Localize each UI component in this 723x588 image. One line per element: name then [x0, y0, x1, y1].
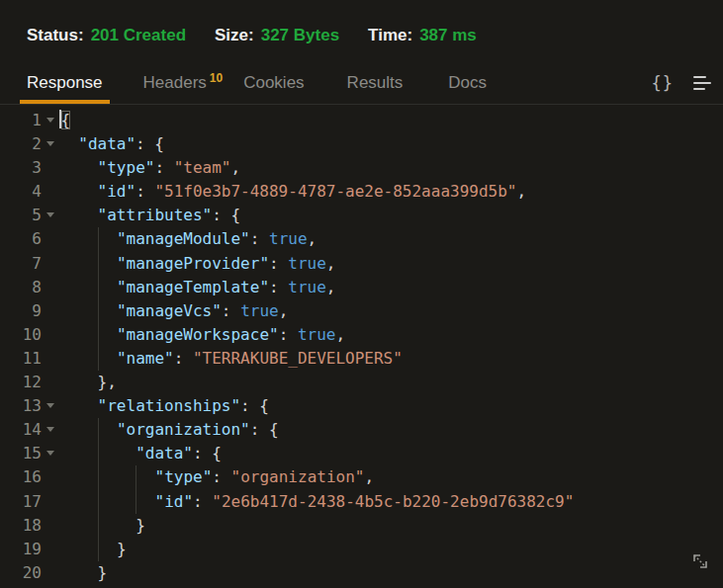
json-punctuation: }: [136, 516, 145, 535]
json-boolean: true: [298, 325, 336, 344]
json-key: "attributes": [98, 206, 213, 224]
fold-arrow-icon[interactable]: [42, 109, 59, 132]
lines-menu-icon[interactable]: [693, 73, 711, 93]
json-punctuation: ,: [230, 158, 240, 177]
code-line: 19}: [0, 538, 723, 561]
json-punctuation: ,: [516, 182, 526, 201]
menu-bar-line: [693, 82, 711, 84]
code-text: },: [59, 371, 117, 394]
code-line: 12},: [0, 371, 723, 394]
json-string: "51f0e3b7-4889-4787-ae2e-852aaa399d5b": [154, 182, 516, 201]
format-json-icon[interactable]: {}: [652, 73, 674, 93]
line-number: 15: [0, 442, 42, 465]
response-tab-bar: Response Headers10 Cookies Results Docs …: [0, 72, 723, 105]
indent-guide: [98, 514, 99, 538]
headers-count-badge: 10: [210, 71, 223, 85]
time-label: Time:: [368, 26, 412, 45]
code-text: {: [59, 109, 70, 132]
size-value: 327 Bytes: [261, 26, 339, 45]
code-text: }: [59, 538, 127, 561]
tab-cookies[interactable]: Cookies: [243, 72, 304, 94]
indent-guide: [136, 465, 136, 489]
tab-docs[interactable]: Docs: [448, 72, 487, 94]
json-punctuation: : {: [136, 134, 164, 153]
code-editor[interactable]: 1{2"data": {3"type": "team",4"id": "51f0…: [0, 105, 723, 585]
code-text: "manageProvider": true,: [59, 252, 335, 276]
fold-gutter: [42, 490, 59, 514]
json-boolean: true: [269, 229, 308, 248]
fold-arrow-icon[interactable]: [42, 204, 59, 227]
line-number: 6: [0, 227, 42, 251]
code-text: "organization": {: [59, 418, 279, 442]
line-number: 13: [0, 394, 42, 418]
response-panel: { "status_bar": { "items": [ {"label": "…: [0, 0, 723, 588]
line-number: 20: [0, 561, 42, 585]
json-punctuation: }: [98, 563, 108, 582]
code-line: 3"type": "team",: [0, 156, 723, 180]
line-number: 9: [0, 299, 42, 323]
json-punctuation: ,: [335, 325, 345, 344]
json-punctuation: :: [269, 254, 288, 273]
fold-arrow-icon[interactable]: [42, 418, 59, 442]
line-number: 11: [0, 347, 42, 371]
code-text: "type": "organization",: [59, 465, 374, 489]
tab-headers[interactable]: Headers10: [143, 72, 224, 95]
code-line: 11"name": "TERRAKUBE_DEVELOPERS": [0, 347, 723, 371]
code-line: 6"manageModule": true,: [0, 227, 723, 251]
size-group: Size: 327 Bytes: [215, 26, 339, 45]
json-string: "TERRAKUBE_DEVELOPERS": [193, 349, 403, 368]
json-punctuation: {: [61, 111, 71, 129]
indent-guide: [98, 252, 99, 276]
tab-response[interactable]: Response: [27, 72, 103, 94]
code-line: 4"id": "51f0e3b7-4889-4787-ae2e-852aaa39…: [0, 180, 723, 204]
line-number: 16: [0, 465, 42, 489]
code-text: "name": "TERRAKUBE_DEVELOPERS": [59, 347, 403, 371]
code-line: 13"relationships": {: [0, 394, 723, 418]
json-punctuation: : {: [240, 396, 269, 415]
fold-gutter: [42, 371, 59, 394]
fold-arrow-icon[interactable]: [42, 394, 59, 418]
json-punctuation: ,: [326, 278, 336, 296]
indent-guide: [136, 490, 136, 514]
json-key: "type": [155, 467, 213, 486]
indent-guide: [98, 418, 99, 442]
json-string: "2e6b417d-2438-4b5c-b220-2eb9d76382c9": [212, 492, 574, 511]
json-key: "data": [136, 444, 193, 462]
line-number: 18: [0, 514, 42, 538]
expand-diagonal-icon[interactable]: [688, 549, 712, 577]
fold-gutter: [42, 180, 59, 204]
json-punctuation: ,: [326, 254, 336, 273]
response-status-bar: Status: 201 Created Size: 327 Bytes Time…: [27, 26, 723, 46]
line-number: 2: [0, 132, 42, 156]
code-line: 7"manageProvider": true,: [0, 252, 723, 276]
json-punctuation: ,: [279, 301, 289, 320]
json-key: "id": [155, 492, 194, 511]
tab-results-label: Results: [347, 73, 404, 92]
line-number: 19: [0, 538, 42, 561]
code-text: }: [59, 514, 145, 538]
json-punctuation: ,: [364, 467, 374, 486]
json-key: "manageProvider": [117, 254, 269, 273]
indent-guide: [98, 276, 99, 299]
code-line: 17"id": "2e6b417d-2438-4b5c-b220-2eb9d76…: [0, 490, 723, 514]
code-line: 5"attributes": {: [0, 204, 723, 227]
code-text: "manageVcs": true,: [59, 299, 288, 323]
line-number: 3: [0, 156, 42, 180]
indent-guide: [98, 323, 99, 347]
json-punctuation: :: [193, 492, 212, 511]
status-code-value: 201 Created: [91, 26, 186, 45]
line-number: 1: [0, 109, 42, 132]
fold-arrow-icon[interactable]: [42, 442, 59, 465]
line-number: 5: [0, 204, 42, 227]
json-key: "data": [78, 134, 136, 153]
json-string: "team": [174, 158, 231, 177]
line-number: 7: [0, 252, 42, 276]
code-text: "type": "team",: [59, 156, 240, 180]
fold-arrow-icon[interactable]: [42, 132, 59, 156]
tab-results[interactable]: Results: [347, 72, 404, 94]
fold-gutter: [42, 227, 59, 251]
json-punctuation: }: [117, 540, 127, 558]
code-text: "attributes": {: [59, 204, 240, 227]
fold-gutter: [42, 347, 59, 371]
json-punctuation: :: [222, 301, 240, 320]
